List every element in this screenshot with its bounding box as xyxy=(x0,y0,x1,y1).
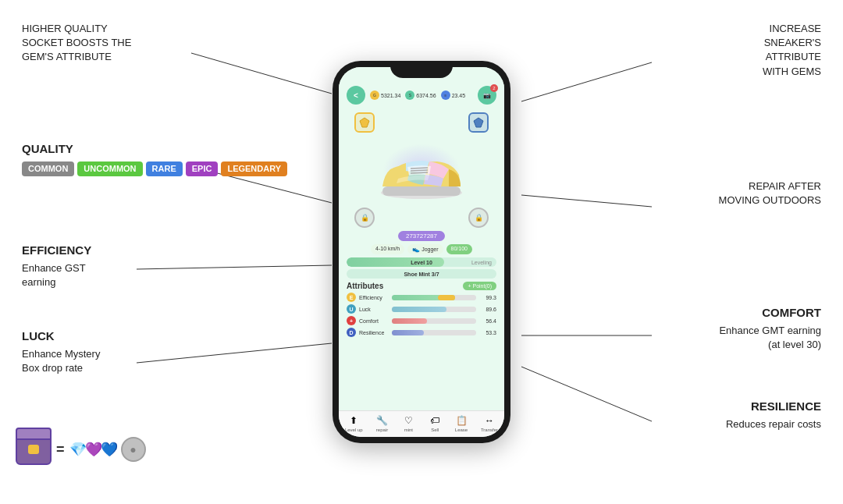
resilience-label: Resilience xyxy=(359,330,389,335)
svg-line-4 xyxy=(521,62,652,101)
lock-right: 🔒 xyxy=(468,208,489,228)
quality-annotation: QUALITY COMMON UNCOMMON RARE EPIC LEGEND… xyxy=(22,140,287,176)
svg-marker-8 xyxy=(360,118,369,127)
points-button[interactable]: + Point(0) xyxy=(463,282,496,290)
attributes-title: Attributes xyxy=(347,282,383,290)
luck-fill xyxy=(392,307,446,312)
gold-icon: G xyxy=(370,91,379,100)
comfort-row: + Comfort 56.4 xyxy=(347,316,496,325)
resilience-bar xyxy=(392,330,476,335)
nav-repair-label: repair xyxy=(376,428,388,432)
luck-row: U Luck 89.6 xyxy=(347,304,496,314)
comfort-fill xyxy=(392,318,427,324)
svg-line-2 xyxy=(137,265,332,269)
gem-socket-yellow[interactable] xyxy=(354,112,375,133)
comfort-label: Comfort xyxy=(359,318,389,324)
level-up-icon: ⬆ xyxy=(347,414,361,427)
top-left-annotation: HIGHER QUALITY SOCKET BOOSTS THE GEM'S A… xyxy=(22,22,131,65)
comfort-value: 56.4 xyxy=(479,318,496,324)
nav-mint[interactable]: ♡ mint xyxy=(401,414,415,432)
comfort-icon: + xyxy=(347,316,356,325)
type-stat: 👟 Jogger xyxy=(407,244,443,254)
nav-level-up-label: Level up xyxy=(345,428,363,432)
efficiency-row: E Efficiency 99.3 xyxy=(347,293,496,302)
top-right-annotation: INCREASE SNEAKER'S ATTRIBUTE WITH GEMS xyxy=(763,22,821,79)
nav-transfer[interactable]: ↔ Transfer xyxy=(481,414,498,432)
equals-sign: = xyxy=(56,442,65,458)
stats-row: 4-10 km/h 👟 Jogger 80/100 xyxy=(371,244,472,254)
level-bar-suffix: Leveling xyxy=(471,260,492,265)
resilience-value: 53.3 xyxy=(479,330,496,335)
badge-uncommon: UNCOMMON xyxy=(77,161,142,176)
efficiency-value: 99.3 xyxy=(479,295,496,300)
luck-value: 89.6 xyxy=(479,307,496,312)
mint-bar-text: Shoe Mint 3/7 xyxy=(404,272,439,277)
efficiency-bar xyxy=(392,295,476,300)
hp-stat: 80/100 xyxy=(446,244,472,254)
comfort-bar xyxy=(392,318,476,324)
notification-badge: 2 xyxy=(490,84,498,92)
back-button[interactable]: < xyxy=(347,86,365,105)
nav-sell-label: Sell xyxy=(431,428,439,432)
efficiency-icon: E xyxy=(347,293,356,302)
lease-icon: 📋 xyxy=(454,414,468,427)
green-icon: S xyxy=(405,91,414,100)
chest-icon xyxy=(16,434,52,465)
svg-line-5 xyxy=(521,195,652,207)
resilience-annotation: RESILIENCE Reduces repair costs xyxy=(726,398,821,431)
chest-area: = 💎💜💙 ● xyxy=(16,434,146,465)
speed-stat: 4-10 km/h xyxy=(371,244,404,254)
luck-desc: Enhance MysteryBox drop rate xyxy=(22,347,100,375)
svg-line-12 xyxy=(411,168,428,169)
sneaker-area: 🔒 🔒 273727287 4-10 km/h 👟 Jogger 80/100 xyxy=(339,109,504,410)
comfort-desc: Enhance GMT earning(at level 30) xyxy=(719,324,821,352)
comfort-annotation: COMFORT Enhance GMT earning(at level 30) xyxy=(719,304,821,352)
level-bar: Level 10 Leveling xyxy=(347,257,496,267)
transfer-icon: ↔ xyxy=(482,414,496,427)
luck-label: Luck xyxy=(359,307,389,312)
resilience-row: D Resilience 53.3 xyxy=(347,328,496,337)
currency-1: G 5321.34 xyxy=(370,91,400,100)
lock-left: 🔒 xyxy=(354,208,375,228)
nav-sell[interactable]: 🏷 Sell xyxy=(428,414,442,432)
gem-sockets-row xyxy=(347,112,496,133)
sneaker-id: 273727287 xyxy=(398,231,445,241)
level-bar-background: Level 10 Leveling xyxy=(347,257,496,267)
mint-icon: ♡ xyxy=(401,414,415,427)
svg-line-3 xyxy=(137,343,332,363)
efficiency-title: EFFICIENCY xyxy=(22,242,91,258)
svg-line-13 xyxy=(411,170,428,171)
svg-line-7 xyxy=(521,367,652,421)
notification-button[interactable]: 📷 2 xyxy=(478,86,496,105)
luck-title: LUCK xyxy=(22,328,100,344)
efficiency-annotation: EFFICIENCY Enhance GSTearning xyxy=(22,242,91,289)
level-bar-text: Level 10 xyxy=(411,260,432,265)
nav-level-up[interactable]: ⬆ Level up xyxy=(345,414,363,432)
attributes-header: Attributes + Point(0) xyxy=(347,282,496,290)
gem-socket-blue[interactable] xyxy=(468,112,489,133)
attributes-section: Attributes + Point(0) E Efficiency 99.3 xyxy=(347,282,496,339)
sneaker-image-area xyxy=(367,136,476,206)
mint-bar: Shoe Mint 3/7 xyxy=(347,269,496,279)
nav-repair[interactable]: 🔧 repair xyxy=(375,414,389,432)
lock-row: 🔒 🔒 xyxy=(347,208,496,228)
chest-lid xyxy=(16,428,52,440)
nav-lease[interactable]: 📋 Lease xyxy=(454,414,468,432)
efficiency-label: Efficiency xyxy=(359,295,389,300)
phone-wrapper: < G 5321.34 S 6374.56 ≡ 23.45 📷 2 xyxy=(333,61,510,443)
badge-common: COMMON xyxy=(22,161,74,176)
resilience-icon: D xyxy=(347,328,356,337)
luck-icon: U xyxy=(347,304,356,314)
svg-line-14 xyxy=(411,172,428,173)
luck-annotation: LUCK Enhance MysteryBox drop rate xyxy=(22,328,100,375)
currency-2: S 6374.56 xyxy=(405,91,436,100)
coin-icon: ● xyxy=(121,437,146,462)
blue-icon: ≡ xyxy=(441,91,450,100)
resilience-title: RESILIENCE xyxy=(726,398,821,414)
chest-clasp xyxy=(28,445,39,454)
badge-epic: EPIC xyxy=(186,161,219,176)
svg-line-0 xyxy=(191,53,332,94)
resilience-desc: Reduces repair costs xyxy=(726,417,821,431)
repair-icon: 🔧 xyxy=(375,414,389,427)
comfort-title: COMFORT xyxy=(719,304,821,321)
